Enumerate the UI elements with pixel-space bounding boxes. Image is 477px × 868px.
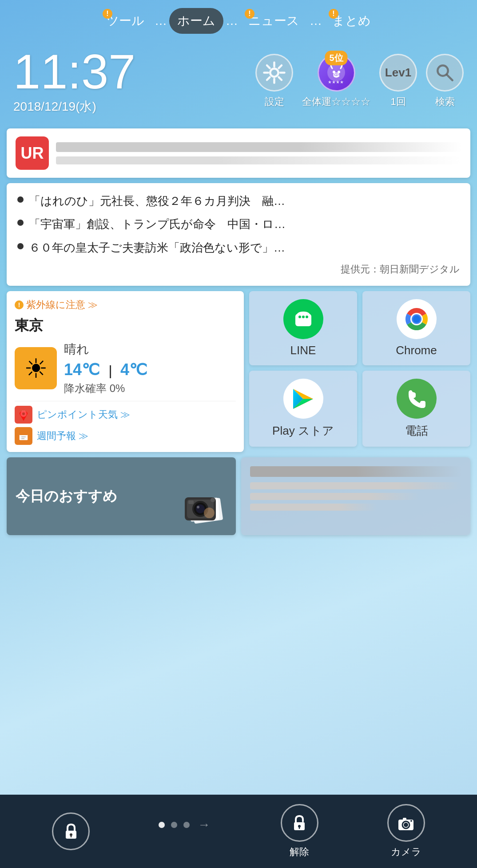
page-dots: →	[159, 818, 212, 845]
svg-rect-42	[188, 500, 194, 504]
search-icon-item[interactable]: 検索	[426, 54, 464, 108]
lock-circle	[52, 812, 90, 850]
content-area: UR 「はれのひ」元社長、懲役２年６カ月判決 融… 「宇宙軍」創設、トランプ氏が…	[0, 120, 477, 540]
camera-label: カメラ	[391, 845, 421, 859]
svg-point-12	[334, 73, 339, 76]
line-label: LINE	[290, 344, 316, 357]
svg-point-11	[338, 71, 340, 73]
clock-time: 11:37	[13, 47, 135, 96]
settings-circle	[255, 54, 293, 92]
weather-condition: 晴れ	[64, 341, 236, 358]
fortune-icon-item[interactable]: 5位 ★★★★	[302, 54, 370, 108]
tab-news[interactable]: ニュース	[240, 8, 307, 34]
weather-info: 晴れ 14℃ ｜ 4℃ 降水確率 0%	[64, 341, 236, 396]
svg-line-6	[279, 77, 282, 80]
notif-title-blurred	[56, 142, 461, 152]
level-icon-item[interactable]: Lev1 1回	[379, 54, 417, 108]
weather-widget: ! 紫外線に注意 ≫ 東京 ☀ 晴れ 14℃ ｜ 4℃ 降水確率 0%	[7, 291, 244, 452]
svg-point-27	[298, 316, 301, 318]
tab-tools[interactable]: ツール	[98, 8, 152, 34]
svg-line-17	[447, 75, 453, 80]
phone-icon	[397, 379, 437, 419]
app-phone[interactable]: 電話	[362, 371, 470, 447]
lock-icon	[61, 822, 81, 841]
notif-text-block	[56, 142, 461, 164]
weather-links: ピンポイント天気 ≫ 週間予報 ≫	[15, 401, 236, 445]
svg-point-33	[413, 316, 420, 323]
play-store-icon	[283, 379, 323, 419]
unlock-circle	[281, 804, 318, 842]
blurred-line-1	[250, 482, 461, 489]
fortune-label: 全体運☆☆☆☆	[302, 95, 370, 108]
weather-alert[interactable]: ! 紫外線に注意 ≫	[15, 298, 236, 312]
tab-bar: ツール … ホーム … ニュース … まとめ	[0, 0, 477, 38]
app-grid: L LINE	[249, 291, 470, 452]
recommend-camera-deco	[178, 488, 227, 528]
svg-point-43	[211, 498, 215, 502]
notification-card[interactable]: UR	[7, 128, 470, 178]
unlock-label: 解除	[290, 845, 309, 859]
blurred-card	[241, 457, 470, 535]
search-circle	[426, 54, 464, 92]
notif-app-icon: UR	[16, 136, 49, 170]
dot-3	[183, 822, 190, 828]
level-text: Lev1	[385, 66, 411, 80]
news-item-2[interactable]: 「宇宙軍」創設、トランプ氏が命令 中国・ロ…	[17, 216, 460, 232]
svg-line-8	[267, 77, 270, 80]
phone-label: 電話	[405, 423, 428, 439]
news-bullet-1	[17, 196, 24, 203]
app-chrome[interactable]: Chrome	[362, 291, 470, 365]
dot-2	[171, 822, 177, 828]
camera-circle	[387, 804, 425, 842]
chrome-icon	[397, 299, 437, 339]
weekly-icon	[15, 427, 32, 445]
weather-temps: 14℃ ｜ 4℃	[64, 360, 236, 380]
tab-dots-1: …	[152, 14, 169, 28]
lock-button[interactable]	[52, 812, 90, 850]
pinpoint-weather-link[interactable]: ピンポイント天気 ≫	[15, 406, 236, 424]
svg-point-19	[22, 412, 25, 415]
settings-icon-item[interactable]: 設定	[255, 54, 293, 108]
news-source: 提供元：朝日新聞デジタル	[17, 263, 460, 276]
dot-1	[159, 822, 165, 828]
play-label: Play ストア	[272, 423, 334, 439]
unlock-button[interactable]: 解除	[281, 804, 318, 859]
app-line[interactable]: L LINE	[249, 291, 357, 365]
tab-matome[interactable]: まとめ	[324, 8, 379, 34]
news-item-1[interactable]: 「はれのひ」元社長、懲役２年６カ月判決 融…	[17, 193, 460, 209]
tab-home[interactable]: ホーム	[169, 8, 223, 34]
level-label: 1回	[390, 95, 405, 108]
bottom-widget-row: 今日のおすすめ	[7, 457, 470, 535]
news-bullet-3	[17, 243, 24, 249]
news-card: 「はれのひ」元社長、懲役２年６カ月判決 融… 「宇宙軍」創設、トランプ氏が命令 …	[7, 183, 470, 286]
blurred-line-3	[250, 504, 377, 511]
camera-button[interactable]: カメラ	[387, 804, 425, 859]
svg-point-13	[334, 74, 336, 76]
pinpoint-icon	[15, 406, 32, 424]
recommend-card[interactable]: 今日のおすすめ	[7, 457, 236, 535]
bottom-bar: → 解除 カメラ	[0, 795, 477, 868]
weather-sun-icon: ☀	[15, 347, 57, 389]
widget-row: ! 紫外線に注意 ≫ 東京 ☀ 晴れ 14℃ ｜ 4℃ 降水確率 0%	[7, 291, 470, 452]
line-icon: L	[283, 299, 323, 339]
weekly-forecast-link[interactable]: 週間予報 ≫	[15, 427, 236, 445]
matome-badge	[329, 9, 338, 19]
clock-area: 11:37 2018/12/19(水)	[0, 38, 477, 120]
svg-point-28	[302, 316, 305, 318]
svg-point-29	[306, 316, 308, 318]
weather-city: 東京	[15, 316, 236, 336]
svg-point-0	[270, 68, 278, 76]
news-item-3[interactable]: ６０年の皇太子ご夫妻訪米「政治色ない形で」…	[17, 240, 460, 256]
svg-rect-54	[403, 818, 406, 820]
svg-point-44	[204, 508, 215, 518]
tab-dots-3: …	[307, 14, 324, 28]
blurred-title	[250, 466, 461, 477]
svg-line-7	[279, 65, 282, 68]
app-play[interactable]: Play ストア	[249, 371, 357, 447]
weather-main: ☀ 晴れ 14℃ ｜ 4℃ 降水確率 0%	[15, 341, 236, 396]
chrome-label: Chrome	[396, 344, 437, 357]
clock-icons: 設定 5位	[149, 47, 464, 108]
svg-point-40	[196, 504, 205, 513]
unlock-icon	[290, 813, 309, 833]
svg-line-5	[267, 65, 270, 68]
